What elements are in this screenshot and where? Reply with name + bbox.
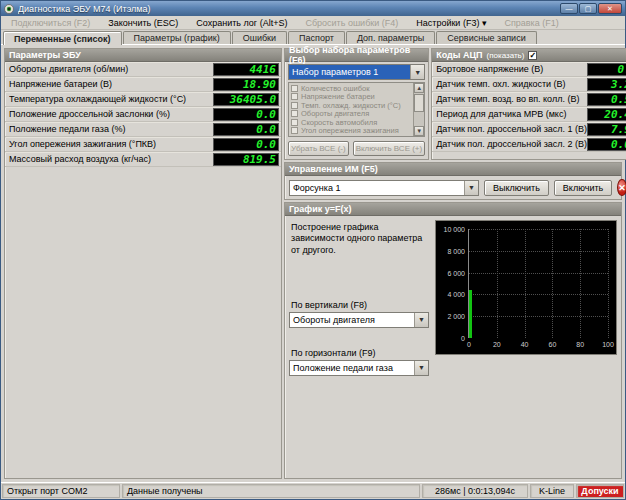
param-set-listbox[interactable]: Количество ошибок Напряжение батареи Тем… <box>288 82 425 137</box>
scroll-down-icon[interactable]: ▼ <box>414 126 424 136</box>
tab-errors[interactable]: Ошибки <box>232 31 287 44</box>
listbox-scrollbar[interactable]: ▲ ▼ <box>413 83 424 136</box>
status-timing: 286мс | 0:0:13,094с <box>422 484 528 498</box>
tab-passport[interactable]: Паспорт <box>288 31 345 44</box>
tab-variables-list[interactable]: Переменные (список) <box>3 31 122 45</box>
param-set-combobox[interactable]: Набор параметров 1 ▼ <box>288 64 425 80</box>
actuator-on-button[interactable]: Включить <box>554 180 612 196</box>
adc-row: Бортовое напряжение (В)0.19 <box>432 62 626 77</box>
checkbox-icon <box>291 102 298 109</box>
menu-finish[interactable]: Закончить (ESC) <box>108 18 178 28</box>
list-item: Напряжение батареи <box>291 93 411 102</box>
y-axis-tick: 8 000 <box>447 247 465 254</box>
adc-label: Датчик темп. охл. жидкости (В) <box>436 79 587 89</box>
checkbox-icon <box>291 119 298 126</box>
graph-panel: График y=F(x) Построение графика зависим… <box>284 202 622 479</box>
tab-strip: Переменные (список) Параметры (график) О… <box>1 30 625 45</box>
chevron-down-icon[interactable]: ▼ <box>414 313 428 327</box>
tab-parameters-graph[interactable]: Параметры (график) <box>123 31 231 44</box>
adc-row: Датчик пол. дроссельной засл. 2 (В)0.083 <box>432 137 626 152</box>
lcd-value: 0.0 <box>213 108 279 121</box>
chevron-down-icon[interactable]: ▼ <box>464 181 478 195</box>
lcd-value: 18.90 <box>213 78 279 91</box>
adc-label: Датчик пол. дроссельной засл. 1 (В) <box>436 124 587 134</box>
ecu-params-header: Параметры ЭБУ <box>5 49 281 62</box>
stop-icon[interactable]: ✕ <box>617 179 626 196</box>
list-item: Обороты двигателя <box>291 110 411 119</box>
app-window: Диагностика ЭБУ М74 (Итэлма) — ▢ ✕ Подкл… <box>0 0 626 500</box>
remove-all-button: Убрать ВСЕ (-) <box>288 141 349 156</box>
param-set-panel: Выбор набора параметров (F6) Набор парам… <box>284 48 429 160</box>
actuator-header: Управление ИМ (F5) <box>285 163 621 176</box>
list-item: Количество ошибок <box>291 84 411 93</box>
graph-description: Построение графика зависимости одного па… <box>291 222 429 256</box>
lcd-value: 0.083 <box>587 138 626 151</box>
actuator-combobox[interactable]: Форсунка 1 ▼ <box>289 180 479 196</box>
adc-label: Бортовое напряжение (В) <box>436 64 587 74</box>
list-item-label: Угол опережения зажигания <box>301 126 399 135</box>
horizontal-axis-selected: Положение педали газа <box>290 361 414 375</box>
tab-service-records[interactable]: Сервисные записи <box>436 31 536 44</box>
x-axis-tick: 100 <box>602 341 614 348</box>
param-label: Положение дроссельной заслонки (%) <box>9 109 213 119</box>
lcd-value: 0.0 <box>213 138 279 151</box>
chevron-down-icon[interactable]: ▼ <box>410 65 424 79</box>
adc-label: Период для датчика МРВ (мкс) <box>436 109 587 119</box>
horizontal-axis-combobox[interactable]: Положение педали газа ▼ <box>289 360 429 376</box>
checkbox-icon <box>291 93 298 100</box>
y-axis-tick: 10 000 <box>444 226 465 233</box>
close-button[interactable]: ✕ <box>598 3 622 14</box>
lcd-value: 20.400 <box>587 108 626 121</box>
tab-extra-params[interactable]: Доп. параметры <box>346 31 435 44</box>
status-port: Открыт порт COM2 <box>2 484 120 498</box>
adc-label: Датчик темп. возд. во вп. колл. (В) <box>436 94 587 104</box>
menu-settings[interactable]: Настройки (F3) ▾ <box>416 18 486 28</box>
param-row: Массовый расход воздуха (кг/час)819.5 <box>5 152 281 167</box>
menu-save-log[interactable]: Сохранить лог (Alt+S) <box>196 18 287 28</box>
lcd-value: 0.19 <box>587 63 626 76</box>
param-row: Положение педали газа (%)0.0 <box>5 122 281 137</box>
scroll-thumb[interactable] <box>414 94 424 112</box>
minimize-button[interactable]: — <box>560 3 578 14</box>
actuator-off-button[interactable]: Выключить <box>484 180 549 196</box>
adc-row: Датчик темп. возд. во вп. колл. (В)0.586 <box>432 92 626 107</box>
adc-row: Период для датчика МРВ (мкс)20.400 <box>432 107 626 122</box>
window-title: Диагностика ЭБУ М74 (Итэлма) <box>18 4 560 14</box>
actuator-selected: Форсунка 1 <box>290 181 464 195</box>
maximize-button[interactable]: ▢ <box>579 3 597 14</box>
param-label: Положение педали газа (%) <box>9 124 213 134</box>
chevron-down-icon[interactable]: ▼ <box>414 361 428 375</box>
add-all-button: Включить ВСЕ (+) <box>353 141 426 156</box>
param-label: Напряжение батареи (В) <box>9 79 213 89</box>
checkbox-icon <box>291 127 298 134</box>
vertical-axis-combobox[interactable]: Обороты двигателя ▼ <box>289 312 429 328</box>
graph-header: График y=F(x) <box>285 203 621 216</box>
menu-reset-errors: Сбросить ошибки (F4) <box>305 18 398 28</box>
status-limits-badge[interactable]: Допуски <box>576 484 624 498</box>
adc-row: Датчик пол. дроссельной засл. 1 (В)7.969 <box>432 122 626 137</box>
adc-show-checkbox[interactable]: ✓ <box>528 51 537 60</box>
status-data-received: Данные получены <box>122 484 420 498</box>
horizontal-axis-label: По горизонтали (F9) <box>291 348 429 358</box>
ecu-params-panel: Параметры ЭБУ Обороты двигателя (об/мин)… <box>4 48 282 479</box>
lcd-value: 819.5 <box>213 153 279 166</box>
lcd-value: 0.586 <box>587 93 626 106</box>
vertical-axis-label: По вертикали (F8) <box>291 300 429 310</box>
menu-help: Справка (F1) <box>504 18 558 28</box>
list-item: Скорость автомобиля <box>291 118 411 127</box>
chart-series-line <box>469 290 472 338</box>
status-bus-type: K-Line <box>530 484 574 498</box>
param-row: Угол опережения зажигания (°ПКВ)0.0 <box>5 137 281 152</box>
list-item: Темп. охлажд. жидкости (°C) <box>291 101 411 110</box>
param-row: Температура охлаждающей жидкости (°C)364… <box>5 92 281 107</box>
param-label: Угол опережения зажигания (°ПКВ) <box>9 139 213 149</box>
lcd-value: 7.969 <box>587 123 626 136</box>
y-axis-tick: 6 000 <box>447 269 465 276</box>
lcd-value: 0.0 <box>213 123 279 136</box>
x-axis-tick: 80 <box>576 341 584 348</box>
x-axis-tick: 60 <box>548 341 556 348</box>
y-axis-tick: 0 <box>461 335 465 342</box>
lcd-value: 3.262 <box>587 78 626 91</box>
scroll-up-icon[interactable]: ▲ <box>414 83 424 93</box>
x-axis-tick: 20 <box>493 341 501 348</box>
